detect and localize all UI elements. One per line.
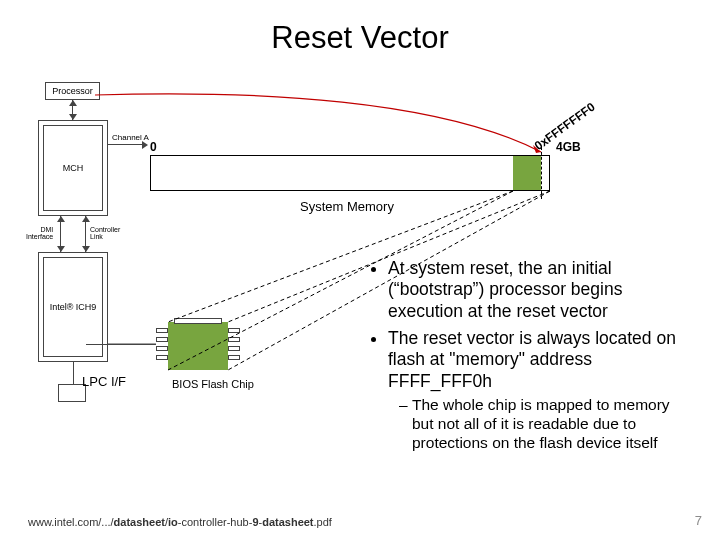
ich9-box: Intel® ICH9	[38, 252, 108, 362]
lpc-label: LPC I/F	[82, 374, 126, 389]
arrow-right	[142, 141, 148, 149]
page-number: 7	[695, 513, 702, 528]
mem-max-label: 4GB	[556, 140, 581, 154]
chip-top	[174, 318, 222, 324]
memory-mapped-region	[513, 155, 541, 191]
bios-flash-chip	[168, 322, 228, 370]
arrow-up	[57, 216, 65, 222]
channel-a-line	[108, 144, 146, 145]
bullet-2: The reset vector is always located on fl…	[388, 328, 694, 453]
ctrl-link-label: Controller Link	[90, 226, 120, 240]
bullet-2a: The whole chip is mapped to memory but n…	[412, 396, 694, 453]
lpc-vline	[73, 362, 74, 384]
slide: Reset Vector Processor MCH Channel A DMI…	[0, 0, 720, 540]
dmi-label: DMI Interface	[26, 226, 53, 240]
chip-pins-left	[156, 328, 168, 364]
mem-zero-label: 0	[150, 140, 157, 154]
bullet-1: At system reset, the an initial (“bootst…	[388, 258, 694, 322]
chip-pins-right	[228, 328, 240, 364]
processor-box: Processor	[45, 82, 100, 100]
channel-a-label: Channel A	[112, 133, 149, 142]
bios-chip-label: BIOS Flash Chip	[172, 378, 254, 390]
bullet-2-text: The reset vector is always located on fl…	[388, 328, 676, 391]
lpc-hline	[86, 344, 156, 345]
mch-box: MCH	[38, 120, 108, 216]
chip-body	[168, 322, 228, 370]
arrow-up	[69, 100, 77, 106]
bullet-content: At system reset, the an initial (“bootst…	[368, 258, 694, 459]
system-memory-label: System Memory	[300, 199, 394, 214]
slide-title: Reset Vector	[0, 20, 720, 56]
footer-citation: www.intel.com/.../datasheet/io-controlle…	[28, 516, 332, 528]
memory-bar	[150, 155, 550, 191]
reset-vector-tick	[541, 147, 542, 199]
arrow-up	[82, 216, 90, 222]
